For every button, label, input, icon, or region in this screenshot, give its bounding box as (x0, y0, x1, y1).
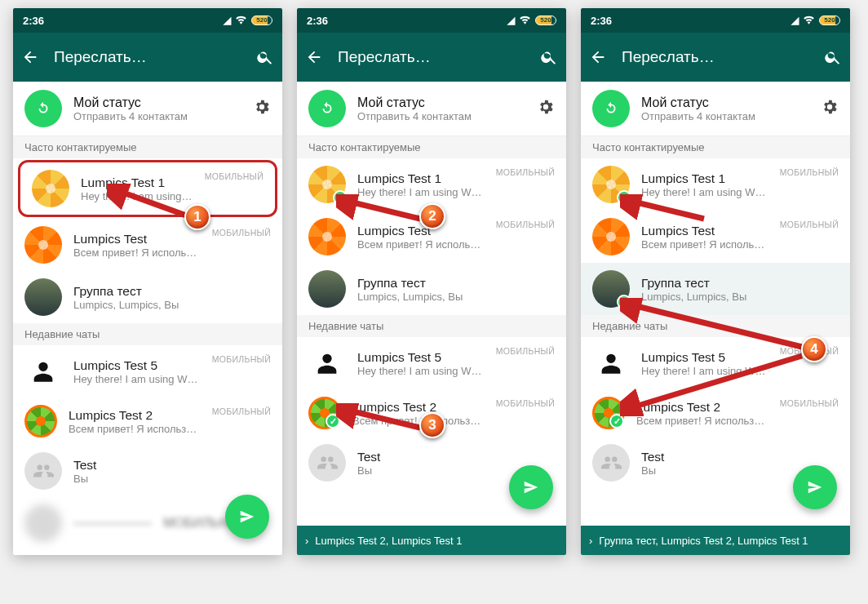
appbar-title: Переслать… (54, 48, 241, 66)
back-icon[interactable] (305, 48, 323, 66)
selection-bar: › Группа тест, Lumpics Test 2, Lumpics T… (581, 526, 850, 555)
contact-row-group-test[interactable]: Группа тест Lumpics, Lumpics, Вы (13, 271, 282, 323)
contact-status: Lumpics, Lumpics, Вы (357, 291, 555, 303)
clock: 2:36 (591, 15, 612, 27)
avatar (24, 452, 62, 490)
contact-name: Lumpics Test 2 (69, 408, 201, 423)
avatar (308, 444, 346, 482)
contact-name: Lumpics Test 1 (641, 171, 768, 186)
wifi-icon (803, 15, 815, 27)
annotation-arrow-2 (336, 194, 430, 235)
my-status-row[interactable]: Мой статус Отправить 4 контактам (13, 82, 282, 136)
annotation-arrow-4a (620, 194, 714, 235)
signal-icon: ◢ (791, 15, 799, 26)
my-status-title: Мой статус (641, 95, 809, 110)
contact-row-lumpics-test-5[interactable]: Lumpics Test 5 Hey there! I am using Wha… (13, 345, 282, 397)
clock: 2:36 (307, 15, 328, 27)
contact-tag: МОБИЛЬНЫЙ (496, 398, 555, 408)
contact-tag: МОБИЛЬНЫЙ (212, 354, 271, 364)
avatar (308, 344, 346, 382)
avatar (308, 270, 346, 308)
annotation-arrow-4c (620, 351, 808, 416)
annotation-arrow-4b (620, 298, 808, 355)
contact-status: Hey there! I am using WhatsApp. (357, 365, 485, 377)
status-update-icon (24, 90, 62, 127)
selection-text: Lumpics Test 2, Lumpics Test 1 (315, 535, 462, 547)
contact-status: Всем привет! Я использую WhatsApp. (641, 238, 768, 251)
gear-icon[interactable] (821, 98, 839, 119)
app-bar: Переслать… (297, 33, 566, 82)
contact-name: Lumpics Test 5 (357, 350, 485, 365)
back-icon[interactable] (589, 48, 607, 66)
contact-tag: МОБИЛЬНЫЙ (496, 346, 555, 356)
appbar-title: Переслать… (338, 48, 525, 66)
contact-status: Всем привет! Я использую WhatsApp. (69, 423, 201, 435)
section-recent: Недавние чаты (297, 315, 566, 337)
contact-tag: МОБИЛЬНЫЙ (205, 171, 264, 181)
avatar (24, 226, 62, 264)
section-frequent: Часто контактируемые (13, 136, 282, 158)
contact-row-lumpics-test-5[interactable]: Lumpics Test 5 Hey there! I am using Wha… (297, 337, 566, 389)
contact-name: Группа тест (357, 276, 555, 291)
selection-bar: › Lumpics Test 2, Lumpics Test 1 (297, 526, 566, 555)
my-status-subtitle: Отправить 4 контактам (641, 110, 809, 122)
contact-tag: МОБИЛЬНЫЙ (780, 167, 839, 177)
gear-icon[interactable] (253, 98, 271, 119)
status-update-icon (308, 90, 346, 127)
status-bar: 2:36 ◢ 520 (581, 8, 850, 33)
contact-name: Lumpics Test (73, 232, 201, 246)
contact-tag: МОБИЛЬНЫЙ (212, 228, 271, 238)
contact-row-test[interactable]: Test Вы (13, 445, 282, 497)
signal-icon: ◢ (507, 15, 515, 26)
back-icon[interactable] (21, 48, 39, 66)
contact-row-group-test[interactable]: Группа тест Lumpics, Lumpics, Вы (297, 263, 566, 315)
contact-name: Группа тест (641, 276, 839, 291)
clock: 2:36 (23, 15, 44, 27)
app-bar: Переслать… (581, 33, 850, 82)
app-bar: Переслать… (13, 33, 282, 82)
contact-status: Lumpics, Lumpics, Вы (73, 299, 271, 311)
contact-tag: МОБИЛЬНЫЙ (780, 220, 839, 229)
contact-row-lumpics-test-2[interactable]: Lumpics Test 2 Всем привет! Я использую … (13, 397, 282, 445)
my-status-title: Мой статус (357, 95, 525, 110)
my-status-title: Мой статус (73, 95, 241, 110)
my-status-row[interactable]: Мой статус Отправить 4 контактам (581, 82, 850, 136)
annotation-arrow-1 (107, 184, 197, 229)
annotation-marker-1: 1 (184, 204, 210, 230)
my-status-row[interactable]: Мой статус Отправить 4 контактам (297, 82, 566, 136)
gear-icon[interactable] (537, 98, 555, 119)
phone-screenshot-1: 2:36 ◢ 520 Переслать… Мой статус Отправи… (13, 8, 282, 555)
search-icon[interactable] (256, 48, 274, 66)
annotation-marker-3: 3 (419, 412, 445, 438)
send-fab[interactable] (509, 465, 553, 509)
send-fab[interactable] (225, 495, 269, 539)
annotation-arrow-3 (336, 403, 430, 444)
avatar (24, 405, 57, 437)
battery-icon: 520 (535, 16, 556, 25)
section-frequent: Часто контактируемые (297, 136, 566, 158)
contact-status: Вы (73, 473, 271, 485)
chevron-right-icon: › (589, 535, 592, 547)
contact-tag: МОБИЛЬНЫЙ (496, 167, 555, 177)
contact-tag: МОБИЛЬНЫЙ (212, 406, 271, 416)
contact-name: Test (73, 458, 271, 473)
appbar-title: Переслать… (622, 48, 809, 66)
contact-status: Всем привет! Я использую WhatsApp. (73, 246, 201, 259)
contact-name: Test (641, 450, 839, 464)
signal-icon: ◢ (224, 15, 231, 26)
contact-name: Lumpics Test 5 (73, 358, 201, 373)
phone-screenshot-2: 2:36 ◢ 520 Переслать… Мой статус Отправи… (297, 8, 566, 555)
battery-icon: 520 (819, 16, 840, 25)
avatar (24, 278, 62, 316)
avatar (592, 444, 630, 482)
section-recent: Недавние чаты (13, 323, 282, 345)
section-frequent: Часто контактируемые (581, 136, 850, 158)
search-icon[interactable] (824, 48, 842, 66)
avatar (24, 504, 62, 542)
search-icon[interactable] (540, 48, 558, 66)
send-fab[interactable] (793, 465, 837, 509)
chevron-right-icon: › (305, 535, 308, 547)
my-status-subtitle: Отправить 4 контактам (357, 110, 525, 122)
status-bar: 2:36 ◢ 520 (13, 8, 282, 33)
contact-name: Группа тест (73, 284, 271, 299)
